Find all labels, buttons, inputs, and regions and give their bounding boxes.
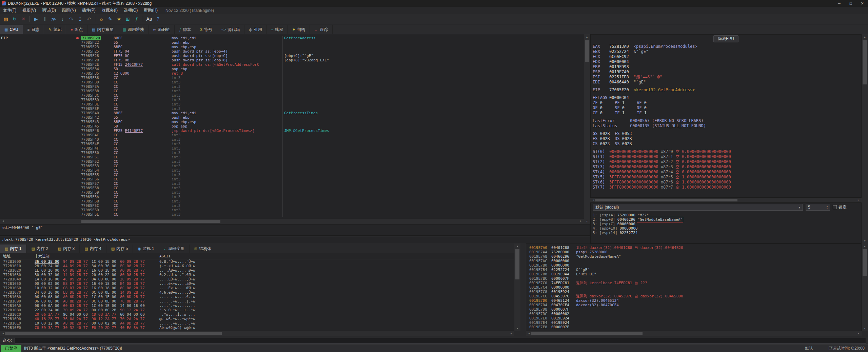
menu-item-3[interactable]: 跟踪(N): [59, 7, 79, 14]
tab-内存 5[interactable]: ▤内存 5: [106, 245, 133, 253]
register-row[interactable]: EDI004664A0"`gE": [591, 80, 861, 85]
tab-内存 2[interactable]: ▤内存 2: [26, 245, 53, 253]
toolbar-open-file-button[interactable]: ▨: [2, 15, 10, 23]
register-row[interactable]: ST(5)3FFF8000000000000000 x87r5 空 1.0000…: [591, 175, 861, 180]
dump-row[interactable]: 772B107034 00 36 00E8 D8 2B 770C 00 0E 0…: [0, 290, 514, 295]
register-row[interactable]: ES 002BDS 002B: [591, 136, 861, 141]
disasm-hscrollbar[interactable]: ◂ ▸: [0, 219, 584, 224]
argument-row[interactable]: 1: [esp+4] 75280000 "MZ?": [593, 213, 861, 217]
minimize-button[interactable]: ─: [833, 0, 845, 7]
register-row[interactable]: EBP0019FD98: [591, 64, 861, 70]
scroll-thumb[interactable]: [515, 249, 519, 279]
toolbar-script-button[interactable]: ƒ: [133, 15, 141, 23]
calling-convention-select[interactable]: 默认 (stdcall) ▾: [593, 204, 803, 211]
dump-row[interactable]: 772B10D040 18 2B 7736 0A 2A 7790 12 2A 7…: [0, 317, 514, 321]
dump-row[interactable]: 772B106010 00 12 00C8 D7 2B 7716 00 18 0…: [0, 286, 514, 290]
stack-row[interactable]: 0019E7B80019E9A4L"Hei UI": [526, 272, 861, 276]
disasm-row[interactable]: 77085F57CCint3: [0, 181, 584, 186]
disasm-row[interactable]: 77085F455Dpop ebp: [0, 124, 584, 129]
register-row[interactable]: LastStatusC0000135 (STATUS_DLL_NOT_FOUND…: [591, 123, 861, 129]
tab-跟踪[interactable]: →跟踪: [310, 25, 333, 34]
register-row[interactable]: ST(6)3FFF8000000000000000 x87r6 空 1.0000…: [591, 180, 861, 185]
disasm-row[interactable]: 77085F5BCCint3: [0, 199, 584, 203]
stack-row[interactable]: 0019E7E00019E924: [526, 316, 861, 320]
disasm-row[interactable]: 77085F53CCint3: [0, 164, 584, 168]
disasm-row[interactable]: 77085F25FF75 04push dword ptr ss:[ebp+4]: [0, 49, 584, 54]
toolbar-stop-button[interactable]: ✕: [19, 15, 27, 23]
register-row[interactable]: EIP77085F20<kernel32.GetProcAddress>: [591, 87, 861, 93]
tab-调用堆栈[interactable]: ▥调用堆栈: [118, 25, 149, 34]
scroll-down-icon[interactable]: ▾: [584, 220, 590, 223]
dump-row[interactable]: 772B10201E 00 20 00C4 D8 2B 7716 00 18 0…: [0, 268, 514, 273]
register-row[interactable]: ST(4)00000000000000000000 x87r4 空 0.0000…: [591, 170, 861, 175]
tab-结构体[interactable]: ⊞结构体: [190, 245, 216, 253]
disasm-row[interactable]: 77085F4ECCint3: [0, 142, 584, 146]
register-row[interactable]: ST(7)3FFF8000000000000000 x87r7 空 1.0000…: [591, 185, 861, 190]
disasm-row[interactable]: 77085F238BECmov ebp,esp: [0, 45, 584, 49]
command-input[interactable]: [15, 338, 866, 344]
menu-item-6[interactable]: 选项(O): [121, 7, 141, 14]
arguments-pane[interactable]: 默认 (stdcall) ▾ 5 ▴▾ 锁定 1: [esp+4] 752800…: [590, 202, 862, 243]
disasm-row[interactable]: 77085F3DCCint3: [0, 98, 584, 102]
disasm-vscrollbar[interactable]: ▴ ▾: [584, 34, 590, 224]
stack-row[interactable]: 0019E7A000401C88返回到 daxxor(32).00401C88 …: [526, 246, 861, 250]
scroll-right-icon[interactable]: ▸: [856, 198, 861, 202]
dump-row[interactable]: 772B100036 00 38 0094 D9 2B 771C 00 1E 0…: [0, 259, 514, 264]
disasm-row[interactable]: 77085F2BFF75 08push dword ptr ss:[ebp+8]…: [0, 58, 584, 62]
disasm-row[interactable]: 77085F4DCCint3: [0, 137, 584, 142]
stack-row[interactable]: 0019E7D80000007F: [526, 307, 861, 312]
toolbar-restart-button[interactable]: ↻: [11, 15, 19, 23]
toolbar-run-to-user-button[interactable]: ≫: [50, 15, 58, 23]
register-row[interactable]: OF 0SF 0DF 0: [591, 105, 861, 111]
register-row[interactable]: LastError000005A7 (ERROR_NO_SCROLLBARS): [591, 118, 861, 123]
dump-row[interactable]: 772B105000 00 02 00E8 D7 2B 7716 00 18 0…: [0, 281, 514, 286]
disasm-row[interactable]: EIP77085F208BFFmov edi,ediGetProcAddress: [0, 36, 584, 40]
disasm-row[interactable]: 77085F38CCint3: [0, 76, 584, 80]
dump-row[interactable]: 772B109006 00 08 00A8 8D 2B 770C 00 0E 0…: [0, 299, 514, 304]
disasm-row[interactable]: 77085F5ACCint3: [0, 195, 584, 199]
disasm-row[interactable]: 77085F345Dpop ebp: [0, 67, 584, 71]
disasm-row[interactable]: 77085F56CCint3: [0, 177, 584, 181]
register-row[interactable]: EDX00000004: [591, 59, 861, 64]
disasm-row[interactable]: 77085F52CCint3: [0, 159, 584, 164]
disasm-row[interactable]: 77085F3ACCint3: [0, 84, 584, 89]
lock-checkbox[interactable]: [833, 205, 837, 209]
maximize-button[interactable]: □: [845, 0, 856, 7]
stack-vscrollbar[interactable]: ▴ ▾: [862, 243, 868, 331]
toolbar-step-back-button[interactable]: ↶: [85, 15, 93, 23]
register-row[interactable]: GS 002BFS 0053: [591, 131, 861, 136]
disasm-row[interactable]: 77085F4255push ebp: [0, 115, 584, 120]
dump-row[interactable]: 772B10B022 00 24 0030 09 2A 7700 00 8C 2…: [0, 308, 514, 312]
register-row[interactable]: ESP0019E7A0: [591, 70, 861, 75]
scroll-right-icon[interactable]: ▸: [578, 219, 583, 224]
register-row[interactable]: ZF 0PF 1AF 0: [591, 100, 861, 105]
scroll-thumb[interactable]: [863, 40, 867, 84]
scroll-left-icon[interactable]: ◂: [1, 219, 5, 224]
dump-row[interactable]: 772B108006 00 08 00A0 8D 2B 771C 00 1E 0…: [0, 295, 514, 299]
register-row[interactable]: ST(2)00000000000000000000 x87r2 空 0.0000…: [591, 159, 861, 164]
argument-row[interactable]: 2: [esp+8] 00466296 "GetModuleBaseNameA": [593, 217, 861, 222]
memory-dump-pane[interactable]: 地址十六进制ASCII 772B100036 00 38 0094 D9 2B …: [0, 253, 514, 331]
argument-count-spinner[interactable]: 5 ▴▾: [806, 204, 830, 211]
registers-hscrollbar[interactable]: ◂ ▸: [590, 198, 862, 202]
toolbar-patch-button[interactable]: ✎: [106, 15, 114, 23]
disassembly-pane[interactable]: EIP77085F208BFFmov edi,ediGetProcAddress…: [0, 34, 584, 219]
tab-内存 3[interactable]: ▤内存 3: [53, 245, 80, 253]
register-row[interactable]: ESI02251FE8"痻"==&"`-@": [591, 75, 861, 80]
scroll-up-icon[interactable]: ▴: [862, 245, 868, 248]
stack-row[interactable]: 0019E7E40019E924: [526, 320, 861, 325]
scroll-thumb[interactable]: [595, 199, 737, 201]
tab-断点[interactable]: ●断点: [66, 25, 87, 34]
disasm-row[interactable]: 77085F54CCint3: [0, 168, 584, 173]
tab-源代码[interactable]: <>源代码: [217, 25, 244, 34]
disasm-row[interactable]: 77085F5ECCint3: [0, 212, 584, 217]
toolbar-run-to-return-button[interactable]: ↥: [76, 15, 84, 23]
disasm-row[interactable]: 77085F59CCint3: [0, 190, 584, 195]
register-row[interactable]: ST(1)00000000000000000000 x87r1 空 0.0000…: [591, 154, 861, 159]
scroll-thumb[interactable]: [5, 332, 222, 335]
disasm-row[interactable]: 77085F5CCCint3: [0, 203, 584, 208]
scroll-up-icon[interactable]: ▴: [584, 35, 590, 38]
tab-内存 1[interactable]: ▤内存 1: [0, 245, 26, 253]
stack-pane[interactable]: 0019E7A000401C88返回到 daxxor(32).00401C88 …: [526, 243, 862, 331]
scroll-right-icon[interactable]: ▸: [509, 331, 514, 336]
